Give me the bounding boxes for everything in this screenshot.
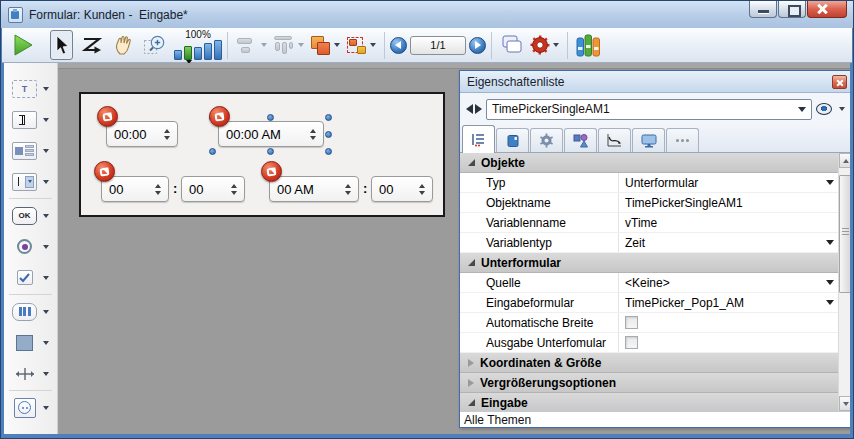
visibility-dropdown-icon[interactable] [839, 107, 845, 111]
previous-page-button[interactable] [390, 37, 407, 54]
section-vergroesserungsoptionen[interactable]: Vergrößerungsoptionen [460, 373, 838, 393]
spinner-icon[interactable] [419, 184, 425, 195]
palette-item-splitter[interactable] [4, 358, 57, 389]
scrollbar-thumb[interactable] [839, 175, 850, 293]
object-selector-combobox[interactable]: TimePickerSingleAM1 [486, 99, 812, 120]
section-objekte[interactable]: Objekte [460, 153, 838, 173]
section-koordinaten[interactable]: Koordinaten & Größe [460, 353, 838, 373]
subform-badge-icon[interactable] [209, 106, 230, 127]
pan-tool-button[interactable] [110, 30, 138, 60]
hour-am-spinner[interactable]: 00 AM [269, 176, 359, 202]
subform-badge-icon[interactable] [97, 106, 118, 127]
dropdown-arrow-icon[interactable] [43, 341, 49, 345]
maximize-button[interactable] [778, 1, 806, 18]
subform-badge-icon[interactable] [94, 161, 115, 182]
section-eingabe[interactable]: Eingabe [460, 393, 838, 411]
pages-overview-button[interactable] [497, 30, 527, 60]
checkbox-unchecked[interactable] [625, 336, 638, 349]
properties-scrollbar[interactable] [838, 153, 850, 411]
dropdown-arrow-icon[interactable] [43, 149, 49, 153]
dropdown-arrow-icon[interactable] [43, 276, 49, 280]
align-vertical-button[interactable] [270, 30, 307, 60]
settings-gear-button[interactable] [527, 30, 562, 60]
selection-handle[interactable] [325, 148, 332, 155]
next-page-button[interactable] [469, 37, 486, 54]
tab-objects[interactable] [564, 128, 597, 152]
tab-display[interactable] [632, 128, 665, 152]
palette-item-rectangle[interactable] [4, 327, 57, 358]
selection-handle[interactable] [267, 114, 274, 121]
property-value-eingabeformular[interactable]: TimePicker_Pop1_AM [618, 293, 838, 312]
palette-item-buttongroup[interactable] [4, 296, 57, 327]
property-value-variablentyp[interactable]: Zeit [618, 233, 838, 252]
minute-spinner[interactable]: 00 [371, 176, 433, 202]
run-form-button[interactable] [8, 30, 37, 60]
spinner-icon[interactable] [231, 184, 237, 195]
page-indicator[interactable]: 1/1 [410, 36, 466, 55]
select-tool-button[interactable] [50, 30, 73, 60]
next-object-button[interactable] [475, 104, 482, 114]
selection-handle[interactable] [209, 148, 216, 155]
palette-item-combobox[interactable] [4, 166, 57, 197]
spinner-icon[interactable] [155, 184, 161, 195]
dropdown-arrow-icon[interactable] [826, 240, 834, 245]
dropdown-arrow-icon[interactable] [826, 300, 834, 305]
scroll-up-button[interactable] [839, 153, 850, 168]
hour-spinner[interactable]: 00 [101, 176, 169, 202]
dropdown-arrow-icon[interactable] [826, 280, 834, 285]
dropdown-arrow-icon[interactable] [826, 180, 834, 185]
previous-object-button[interactable] [466, 104, 473, 114]
form-design-surface[interactable]: 00:00 00:00 AM 00 : 00 [79, 92, 445, 217]
dropdown-arrow-icon[interactable] [43, 245, 49, 249]
stacked-pages-icon [500, 34, 524, 56]
selection-handle[interactable] [267, 148, 274, 155]
selection-handle[interactable] [325, 131, 332, 138]
scroll-down-button[interactable] [839, 396, 850, 411]
property-value-objektname[interactable]: TimePickerSingleAM1 [618, 193, 838, 212]
dropdown-arrow-icon[interactable] [43, 310, 49, 314]
spinner-icon[interactable] [345, 184, 351, 195]
property-value-variablenname[interactable]: vTime [618, 213, 838, 232]
tab-curve[interactable] [598, 128, 631, 152]
tab-data[interactable] [496, 128, 529, 152]
zoom-tool-button[interactable] [140, 30, 170, 60]
timepicker-am-selected[interactable]: 00:00 AM [218, 121, 324, 147]
palette-item-listbox[interactable] [4, 135, 57, 166]
visibility-eye-icon[interactable] [816, 103, 832, 115]
property-value-quelle[interactable]: <Keine> [618, 273, 838, 292]
dropdown-arrow-icon[interactable] [43, 214, 49, 218]
dropdown-arrow-icon[interactable] [43, 118, 49, 122]
palette-item-subform[interactable] [4, 392, 57, 423]
minimize-button[interactable] [749, 1, 777, 18]
selection-mode-button[interactable] [343, 30, 379, 60]
subform-badge-icon[interactable] [261, 161, 282, 182]
arrange-order-button[interactable] [307, 30, 343, 60]
palette-item-radiobutton[interactable] [4, 231, 57, 262]
tab-more[interactable] [666, 128, 699, 152]
palette-item-checkbox[interactable] [4, 262, 57, 293]
properties-panel-header[interactable]: Eigenschaftenliste [460, 71, 850, 93]
selection-handle[interactable] [325, 114, 332, 121]
zoom-level-control[interactable]: 100% [174, 30, 222, 60]
tab-settings[interactable] [530, 128, 563, 152]
library-button[interactable] [573, 30, 604, 60]
minute-spinner[interactable]: 00 [181, 176, 245, 202]
property-value-typ[interactable]: Unterformular [618, 173, 838, 192]
properties-close-button[interactable] [832, 75, 847, 89]
timepicker-24h[interactable]: 00:00 [106, 121, 178, 147]
tab-general[interactable] [462, 125, 495, 153]
close-button[interactable] [807, 1, 847, 18]
section-unterformular[interactable]: Unterformular [460, 253, 838, 273]
spinner-icon[interactable] [310, 129, 316, 140]
palette-item-button[interactable]: OK [4, 200, 57, 231]
checkbox-unchecked[interactable] [625, 316, 638, 329]
dropdown-arrow-icon[interactable] [43, 180, 49, 184]
dropdown-arrow-icon[interactable] [43, 406, 49, 410]
dropdown-arrow-icon[interactable] [43, 87, 49, 91]
align-horizontal-button[interactable] [233, 30, 270, 60]
dropdown-arrow-icon[interactable] [43, 372, 49, 376]
palette-item-textfield[interactable] [4, 104, 57, 135]
palette-item-label[interactable]: T [4, 73, 57, 104]
tab-order-tool-button[interactable] [78, 30, 106, 60]
spinner-icon[interactable] [164, 129, 170, 140]
